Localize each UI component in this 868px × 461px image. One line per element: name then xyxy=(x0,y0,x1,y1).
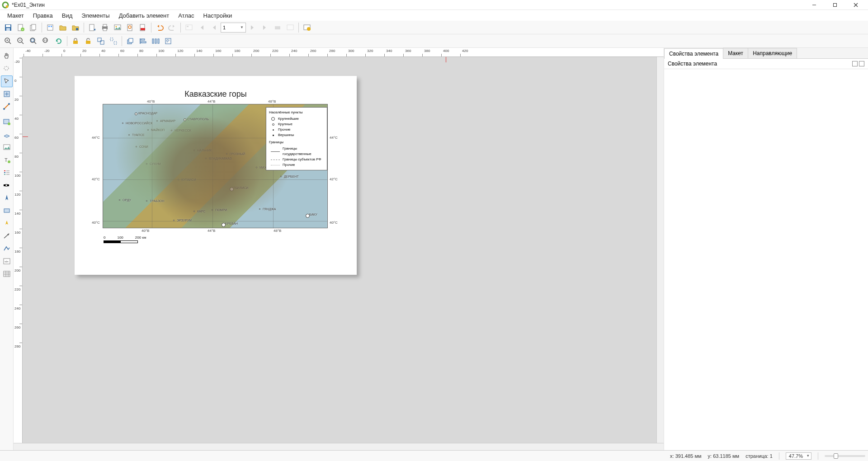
select-tool[interactable] xyxy=(1,75,13,87)
city-label: КУТАИСИ xyxy=(181,178,196,181)
duplicate-layout-button[interactable] xyxy=(28,22,39,33)
atlas-next-button[interactable] xyxy=(246,22,258,33)
zoom-out-button[interactable] xyxy=(15,35,27,47)
zoom-value: 47.7% xyxy=(789,453,803,459)
vertical-scrollbar[interactable] xyxy=(656,57,664,443)
map-frame[interactable]: КРАСНОДАРНОВОРОССИЙСКАРМАВИРСТАВРОПОЛЬЧЕ… xyxy=(103,104,328,228)
save-project-button[interactable] xyxy=(2,22,14,33)
zoom-tool[interactable] xyxy=(1,63,13,75)
atlas-last-button[interactable] xyxy=(259,22,271,33)
guide-marker[interactable] xyxy=(23,136,28,137)
add-label-tool[interactable]: T xyxy=(1,154,13,166)
print-button[interactable] xyxy=(99,22,111,33)
atlas-export-button[interactable] xyxy=(284,22,296,33)
add-picture-tool[interactable] xyxy=(1,141,13,153)
close-panel-icon[interactable] xyxy=(859,61,864,66)
toolbar-view: 1:1 xyxy=(0,34,868,48)
svg-rect-16 xyxy=(51,26,52,27)
menu-edit[interactable]: Правка xyxy=(28,11,57,20)
layout-page[interactable]: Кавказские горы 40°В 44°В 48°В 40°В 44°В… xyxy=(75,76,357,275)
city-marker xyxy=(256,167,257,168)
menu-settings[interactable]: Настройки xyxy=(199,11,237,20)
zoom-in-button[interactable] xyxy=(2,35,14,47)
zoom-slider[interactable] xyxy=(825,455,865,457)
svg-rect-18 xyxy=(90,24,94,31)
add-northarrow-tool[interactable] xyxy=(1,192,13,204)
add-marker-tool[interactable] xyxy=(1,217,13,229)
ruler-horizontal[interactable]: -40-200204060801001201401601802002202402… xyxy=(23,48,664,57)
atlas-page-combo[interactable]: 1▼ xyxy=(221,23,246,33)
add-html-tool[interactable]: </> xyxy=(1,255,13,267)
menu-atlas[interactable]: Атлас xyxy=(174,11,198,20)
city-marker xyxy=(122,122,123,124)
minimize-button[interactable] xyxy=(804,0,825,10)
undock-icon[interactable] xyxy=(852,61,858,66)
add-3dmap-tool[interactable] xyxy=(1,129,13,141)
refresh-button[interactable] xyxy=(53,35,65,47)
svg-text:</>: </> xyxy=(5,260,9,263)
export-image-button[interactable] xyxy=(112,22,123,33)
add-shape-tool[interactable] xyxy=(1,205,13,216)
atlas-preview-button[interactable] xyxy=(183,22,195,33)
atlas-print-button[interactable] xyxy=(272,22,283,33)
raise-button[interactable] xyxy=(124,35,136,47)
ruler-vertical[interactable]: -200204060801001201401601802002202402602… xyxy=(14,57,23,443)
lock-items-button[interactable] xyxy=(70,35,81,47)
unlock-items-button[interactable] xyxy=(82,35,94,47)
align-button[interactable] xyxy=(137,35,149,47)
undo-button[interactable] xyxy=(154,22,165,33)
tab-guides[interactable]: Направляющие xyxy=(748,48,797,58)
layout-manager-button[interactable] xyxy=(44,22,56,33)
move-content-tool[interactable] xyxy=(1,88,13,100)
statusbar: x: 391.485 мм y: 63.1185 мм страница: 1 … xyxy=(0,450,868,461)
add-from-template-button[interactable] xyxy=(86,22,98,33)
tab-item-properties[interactable]: Свойства элемента xyxy=(664,48,723,59)
resize-button[interactable] xyxy=(162,35,174,47)
guide-line[interactable] xyxy=(446,57,446,62)
edit-nodes-tool[interactable] xyxy=(1,101,13,113)
export-pdf-button[interactable] xyxy=(137,22,149,33)
titlebar: *Ex01_Энтин xyxy=(0,0,868,10)
export-svg-button[interactable] xyxy=(124,22,136,33)
group-button[interactable] xyxy=(95,35,107,47)
zoom-full-button[interactable] xyxy=(28,35,39,47)
atlas-prev-button[interactable] xyxy=(208,22,220,33)
legend-title: Населённые пункты xyxy=(269,110,324,115)
legend-item: Прочие xyxy=(278,127,291,132)
layout-canvas[interactable]: Кавказские горы 40°В 44°В 48°В 40°В 44°В… xyxy=(23,57,656,443)
maximize-button[interactable] xyxy=(825,0,845,10)
city-label: ГЯНДЖА xyxy=(263,207,276,211)
redo-button[interactable] xyxy=(166,22,178,33)
legend-item: Границы субъектов РФ xyxy=(283,157,321,162)
zoom-slider-thumb[interactable] xyxy=(834,453,838,459)
open-template-button[interactable] xyxy=(57,22,69,33)
new-layout-button[interactable]: + xyxy=(15,22,27,33)
horizontal-scrollbar[interactable] xyxy=(14,443,664,450)
add-node-tool[interactable] xyxy=(1,243,13,254)
add-arrow-tool[interactable] xyxy=(1,230,13,242)
menu-layout[interactable]: Макет xyxy=(3,11,28,20)
menu-view[interactable]: Вид xyxy=(57,11,77,20)
add-scalebar-tool[interactable] xyxy=(1,179,13,191)
pan-tool[interactable] xyxy=(1,50,13,62)
menu-items[interactable]: Элементы xyxy=(77,11,114,20)
add-map-tool[interactable] xyxy=(1,116,13,128)
svg-rect-49 xyxy=(100,41,104,44)
atlas-settings-button[interactable] xyxy=(301,22,313,33)
legend-box[interactable]: Населённые пункты Крупнейшие Крупные Про… xyxy=(266,107,327,170)
city-marker xyxy=(156,120,158,122)
zoom-combo[interactable]: 47.7% xyxy=(786,452,811,460)
city-label: КРАСНОДАР xyxy=(138,112,157,115)
status-y: y: 63.1185 мм xyxy=(708,453,740,459)
scalebar[interactable]: 0 100 200 км xyxy=(104,235,146,243)
save-template-button[interactable] xyxy=(70,22,81,33)
zoom-100-button[interactable]: 1:1 xyxy=(40,35,52,47)
tab-layout[interactable]: Макет xyxy=(723,48,748,58)
distribute-button[interactable] xyxy=(150,35,161,47)
add-table-tool[interactable] xyxy=(1,268,13,280)
ungroup-button[interactable] xyxy=(108,35,119,47)
close-button[interactable] xyxy=(845,0,866,10)
menu-additem[interactable]: Добавить элемент xyxy=(114,11,174,20)
add-legend-tool[interactable] xyxy=(1,167,13,179)
atlas-first-button[interactable] xyxy=(196,22,208,33)
